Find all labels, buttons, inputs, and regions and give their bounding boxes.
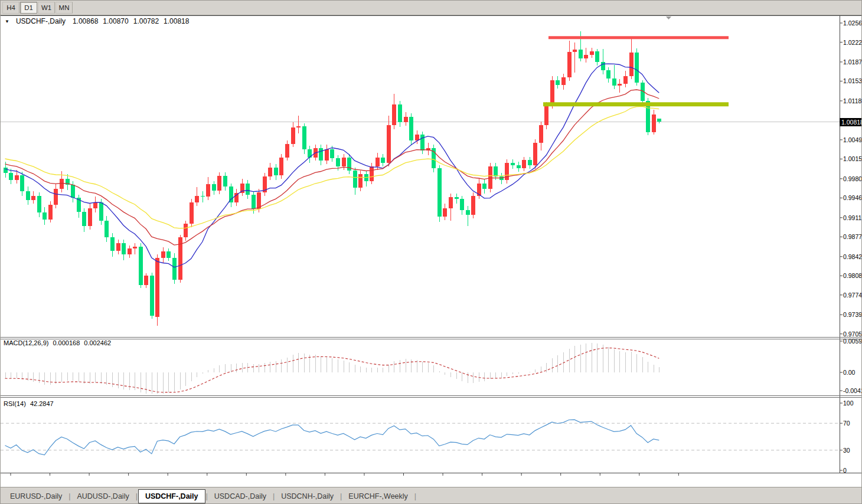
timeframe-button-h4[interactable]: H4 xyxy=(2,2,19,14)
tab-separator: | xyxy=(68,492,70,500)
price-axis-label: 1.02560 xyxy=(843,19,862,27)
price-axis-label: 0.98080 xyxy=(843,272,862,279)
macd-axis-label: -0.004243 xyxy=(843,387,862,394)
price-axis-label: 1.02220 xyxy=(843,39,862,46)
chevron-down-icon[interactable]: ▼ xyxy=(5,19,9,24)
chart-tab-eurchf-weekly[interactable]: EURCHF-,Weekly xyxy=(342,490,413,502)
rsi-panel-label: RSI(14) 42.2847 xyxy=(4,400,54,407)
price-axis-label: 1.01530 xyxy=(843,77,862,84)
ohlc-close: 1.00818 xyxy=(164,17,189,25)
macd-axis-label: 0.00 xyxy=(843,369,855,376)
price-axis-label: 0.98420 xyxy=(843,253,862,260)
price-axis-label: 0.97740 xyxy=(843,292,862,299)
macd-main-value: 0.000168 xyxy=(53,339,80,346)
chart-tab-usdchf-daily[interactable]: USDCHF-,Daily xyxy=(138,489,205,503)
macd-signal-value: 0.002462 xyxy=(84,339,111,346)
ohlc-high: 1.00870 xyxy=(103,17,128,25)
price-axis-label: 0.97390 xyxy=(843,311,862,318)
chart-canvas xyxy=(1,1,862,504)
current-price-badge: 1.00818 xyxy=(840,118,862,126)
rsi-axis-label: 30 xyxy=(843,447,850,454)
timeframe-toolbar: H4 D1 W1 MN xyxy=(1,1,861,15)
rsi-value: 42.2847 xyxy=(30,400,54,407)
chart-shift-marker xyxy=(666,17,671,19)
rsi-axis-label: 70 xyxy=(843,420,850,427)
rsi-axis-label: 100 xyxy=(843,400,854,407)
macd-panel-label: MACD(12,26,9) 0.000168 0.002462 xyxy=(4,339,111,346)
ohlc-low: 1.00782 xyxy=(133,17,159,25)
price-axis-label: 1.00490 xyxy=(843,136,862,143)
price-axis-label: 1.01180 xyxy=(843,97,862,104)
chart-tab-audusd-daily[interactable]: AUDUSD-,Daily xyxy=(71,490,135,502)
chart-area[interactable] xyxy=(1,15,861,486)
tab-separator: | xyxy=(206,492,208,500)
chart-tab-eurusd-daily[interactable]: EURUSD-,Daily xyxy=(4,490,68,502)
price-axis-label: 1.01870 xyxy=(843,58,862,66)
rsi-axis-label: 0 xyxy=(843,467,847,474)
price-axis-label: 0.99800 xyxy=(843,175,862,182)
macd-axis-label: 0.00597 xyxy=(843,338,862,345)
chart-tab-usdcnh-daily[interactable]: USDCNH-,Daily xyxy=(275,490,339,502)
chart-tab-usdcad-daily[interactable]: USDCAD-,Daily xyxy=(208,490,272,502)
trading-terminal-window: H4 D1 W1 MN ▼ USDCHF-,Daily 1.00868 1.00… xyxy=(0,0,862,504)
price-axis-label: 0.98770 xyxy=(843,233,862,240)
macd-name: MACD(12,26,9) xyxy=(4,339,48,346)
price-axis-label: 0.99110 xyxy=(843,214,862,221)
tab-separator: | xyxy=(273,492,275,500)
symbol-title: USDCHF-,Daily xyxy=(16,17,66,25)
timeframe-button-w1[interactable]: W1 xyxy=(38,2,55,14)
tab-separator: | xyxy=(136,492,138,500)
price-axis-label: 0.97050 xyxy=(843,330,862,338)
price-axis-label: 1.00150 xyxy=(843,155,862,162)
symbol-header: ▼ USDCHF-,Daily 1.00868 1.00870 1.00782 … xyxy=(5,17,192,25)
timeframe-button-d1[interactable]: D1 xyxy=(20,2,37,14)
rsi-name: RSI(14) xyxy=(4,400,26,407)
ohlc-open: 1.00868 xyxy=(73,17,98,25)
chart-tab-bar: EURUSD-,Daily|AUDUSD-,Daily|USDCHF-,Dail… xyxy=(1,487,861,504)
tab-separator: | xyxy=(414,492,416,500)
timeframe-button-mn[interactable]: MN xyxy=(55,2,73,14)
price-axis-label: 0.99460 xyxy=(843,194,862,201)
tab-separator: | xyxy=(340,492,342,500)
